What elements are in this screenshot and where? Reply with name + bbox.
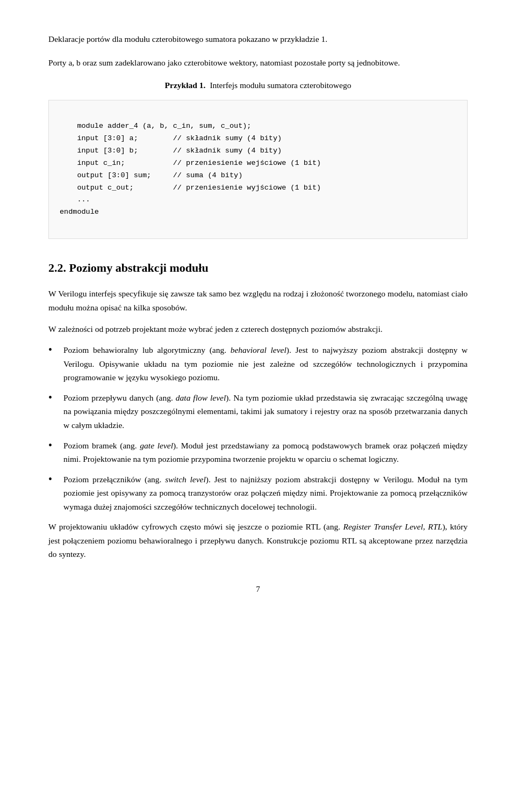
code-line-6: output c_out; // przeniesienie wyjściowe…	[60, 184, 321, 192]
code-line-2: input [3:0] a; // składnik sumy (4 bity)	[60, 134, 282, 142]
code-line-8: endmodule	[60, 208, 99, 216]
code-line-4: input c_in; // przeniesienie wejściowe (…	[60, 159, 321, 167]
bullet-dot: •	[48, 440, 59, 451]
example-caption: Interfejs modułu sumatora czterobitowego	[210, 79, 351, 92]
code-line-5: output [3:0] sum; // suma (4 bity)	[60, 171, 242, 179]
bullet-dot: •	[48, 344, 59, 355]
bullet-list: • Poziom behawioralny lub algorytmiczny …	[48, 343, 468, 513]
code-line-3: input [3:0] b; // składnik sumy (4 bity)	[60, 147, 282, 155]
code-block: module adder_4 (a, b, c_in, sum, c_out);…	[48, 100, 468, 239]
list-item: • Poziom behawioralny lub algorytmiczny …	[48, 343, 468, 385]
bullet-text-4: Poziom przełączników (ang. switch level)…	[63, 473, 468, 514]
list-item: • Poziom przełączników (ang. switch leve…	[48, 473, 468, 514]
code-line-7: ...	[60, 195, 90, 204]
code-line-1: module adder_4 (a, b, c_in, sum, c_out);	[77, 122, 251, 130]
intro-para2: Porty a, b oraz sum zadeklarowano jako c…	[48, 56, 468, 70]
bullet-text-1: Poziom behawioralny lub algorytmiczny (a…	[63, 343, 468, 385]
section-heading: 2.2. Poziomy abstrakcji modułu	[48, 258, 468, 277]
bullet-text-2: Poziom przepływu danych (ang. data flow …	[63, 391, 468, 432]
bullet-dot: •	[48, 474, 59, 484]
section-title: Poziomy abstrakcji modułu	[69, 261, 209, 274]
list-item: • Poziom bramek (ang. gate level). Moduł…	[48, 439, 468, 466]
section-number: 2.2.	[48, 261, 66, 274]
section-intro1: W Verilogu interfejs specyfikuje się zaw…	[48, 287, 468, 314]
bullet-dot: •	[48, 392, 59, 403]
intro-para1: Deklaracje portów dla modułu czterobitow…	[48, 32, 468, 46]
example-label: Przykład 1.	[165, 79, 206, 92]
page: Deklaracje portów dla modułu czterobitow…	[0, 0, 516, 812]
outro-paragraph: W projektowaniu układów cyfrowych często…	[48, 520, 468, 561]
list-item: • Poziom przepływu danych (ang. data flo…	[48, 391, 468, 432]
page-number: 7	[48, 583, 468, 596]
bullet-text-3: Poziom bramek (ang. gate level). Moduł j…	[63, 439, 468, 466]
section-intro2: W zależności od potrzeb projektant może …	[48, 322, 468, 336]
